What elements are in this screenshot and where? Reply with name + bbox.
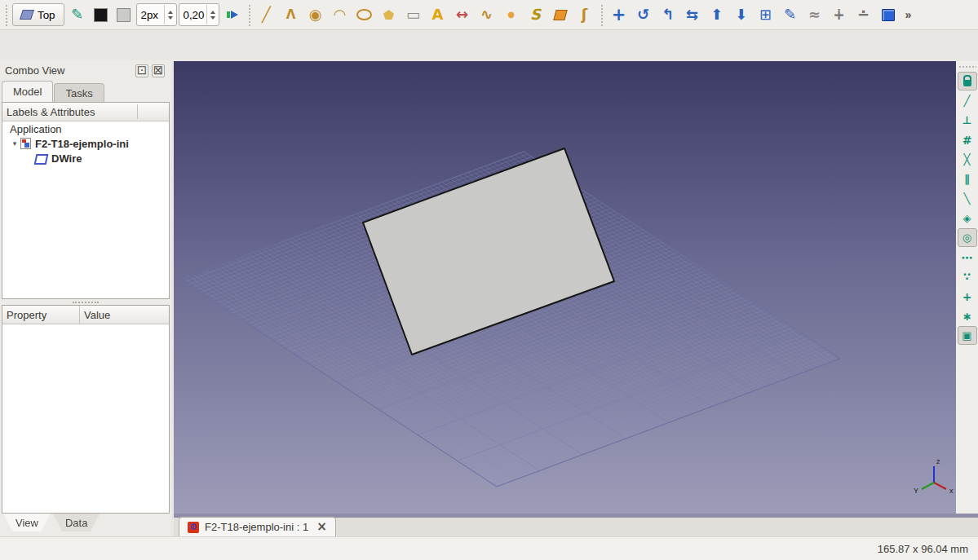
viewport-scene: zxY bbox=[174, 61, 956, 514]
snap-near-toggle[interactable]: ∵ bbox=[958, 267, 977, 286]
spin-up-icon[interactable] bbox=[168, 8, 173, 14]
tree-item-application[interactable]: Application bbox=[2, 121, 169, 136]
snap-special-toggle[interactable]: ∗ bbox=[958, 306, 977, 325]
construction-mode-button[interactable]: ✎ bbox=[66, 3, 89, 26]
autogroup-button[interactable] bbox=[221, 3, 244, 26]
scale-tool[interactable]: ⊞ bbox=[755, 3, 777, 26]
face-color-swatch[interactable] bbox=[113, 3, 135, 26]
snap-icon: ∵ bbox=[963, 271, 971, 282]
snap-intersection-toggle[interactable]: ╳ bbox=[958, 150, 977, 169]
property-column-header[interactable]: Property bbox=[2, 306, 80, 324]
line-width-spinner[interactable]: 2px bbox=[136, 3, 177, 26]
toolbar-item-label: 0,20 bbox=[184, 9, 205, 21]
value-column-header[interactable]: Value bbox=[80, 306, 169, 324]
draft-bezier-tool[interactable]: ʃ bbox=[573, 3, 596, 26]
toolbar-icon: ∿ bbox=[480, 7, 493, 22]
draft-ellipse-tool[interactable] bbox=[353, 3, 376, 26]
snap-angle-toggle[interactable]: ◈ bbox=[958, 209, 977, 227]
tree-item-document[interactable]: ▾ F2-T18-ejemplo-ini bbox=[2, 136, 169, 151]
spinner-arrows[interactable] bbox=[206, 5, 219, 24]
spinner-arrows[interactable] bbox=[164, 5, 176, 24]
remove-point-tool[interactable]: ∸ bbox=[852, 3, 875, 26]
tab-label: Data bbox=[65, 517, 87, 529]
tree-item-dwire[interactable]: DWire bbox=[2, 151, 169, 165]
toolbar-icon: Λ bbox=[286, 9, 296, 21]
snap-icon: ◎ bbox=[963, 232, 971, 243]
snap-extension-toggle[interactable]: ⋯ bbox=[958, 248, 977, 267]
toolbar-icon: + bbox=[612, 7, 626, 24]
draft-shapestring-tool[interactable]: S bbox=[524, 3, 547, 26]
toolbar-icon: ↰ bbox=[662, 7, 674, 22]
downgrade-tool[interactable]: ⬇ bbox=[730, 3, 753, 26]
draft-polygon-tool[interactable] bbox=[378, 3, 400, 26]
draft-bspline-tool[interactable]: ∿ bbox=[476, 3, 498, 26]
rotate-tool[interactable]: ↺ bbox=[632, 3, 655, 26]
toolbar-icon: ∸ bbox=[857, 7, 870, 22]
snap-toolbar: ╱ ⊥ # ╳ ∥ ╲ bbox=[956, 61, 978, 536]
spin-up-icon[interactable] bbox=[210, 8, 215, 14]
line-color-swatch[interactable] bbox=[91, 3, 112, 26]
offset-tool[interactable]: ↰ bbox=[657, 3, 679, 26]
tab-view[interactable]: View bbox=[3, 514, 51, 532]
trimex-tool[interactable]: ⇆ bbox=[681, 3, 704, 26]
toolbar-icon: S bbox=[530, 7, 541, 22]
svg-text:Y: Y bbox=[914, 487, 918, 495]
snap-dimensions-toggle[interactable]: ▣ bbox=[958, 326, 977, 345]
draft-text-tool[interactable]: A bbox=[427, 3, 449, 26]
snap-lock-toggle[interactable] bbox=[958, 72, 977, 90]
tab-tasks[interactable]: Tasks bbox=[54, 83, 104, 102]
snap-perpendicular-toggle[interactable]: ⊥ bbox=[958, 111, 977, 130]
upgrade-tool[interactable]: ⬆ bbox=[706, 3, 728, 26]
tab-data[interactable]: Data bbox=[53, 514, 100, 532]
snap-center-toggle[interactable]: ◎ bbox=[958, 228, 977, 247]
draft-arc-tool[interactable]: ◠ bbox=[329, 3, 352, 26]
tab-model[interactable]: Model bbox=[2, 81, 53, 102]
snap-parallel-toggle[interactable]: ∥ bbox=[958, 170, 977, 188]
property-header: Property Value bbox=[2, 306, 169, 324]
snap-ortho-toggle[interactable]: + bbox=[958, 287, 977, 306]
tree-expand-icon[interactable]: ▾ bbox=[9, 139, 20, 148]
panel-close-button[interactable]: ⊠ bbox=[152, 64, 165, 77]
draft-wire-tool[interactable]: Λ bbox=[280, 3, 303, 26]
draft-line-tool[interactable]: ╱ bbox=[255, 3, 278, 26]
panel-title: Combo View bbox=[5, 64, 64, 77]
move-tool[interactable]: + bbox=[608, 3, 631, 26]
tab-label: View bbox=[15, 517, 38, 529]
draft-facebinder-tool[interactable] bbox=[549, 3, 572, 26]
draft-to-sketch-tool[interactable] bbox=[877, 3, 900, 26]
edit-tool[interactable]: ✎ bbox=[779, 3, 802, 26]
tree-item-label: Application bbox=[10, 123, 62, 135]
color-swatch bbox=[94, 8, 108, 22]
working-plane-button[interactable]: Top bbox=[12, 3, 64, 26]
draft-point-tool[interactable]: ● bbox=[500, 3, 523, 26]
toolbar-extension-button[interactable]: » bbox=[901, 3, 916, 26]
mdi-tab-bar: ⚙ F2-T18-ejemplo-ini : 1 × bbox=[174, 514, 978, 536]
snap-midpoint-toggle[interactable]: ╱ bbox=[958, 91, 977, 110]
document-tab[interactable]: ⚙ F2-T18-ejemplo-ini : 1 × bbox=[179, 517, 336, 536]
3d-viewport[interactable]: zxY bbox=[174, 61, 956, 514]
snap-icon: + bbox=[963, 291, 972, 302]
snap-grid-toggle[interactable]: # bbox=[958, 130, 977, 149]
spin-down-icon[interactable] bbox=[168, 16, 173, 22]
wire-to-bspline-tool[interactable]: ≈ bbox=[803, 3, 826, 26]
toolbar-icon: ╱ bbox=[262, 7, 271, 22]
text-scale-spinner[interactable]: 0,20 bbox=[179, 3, 219, 26]
toolbar-icon: ↺ bbox=[637, 7, 649, 22]
panel-splitter[interactable] bbox=[0, 299, 171, 305]
draft-dimension-tool[interactable]: ↔ bbox=[451, 3, 474, 26]
draft-circle-tool[interactable]: ◉ bbox=[304, 3, 327, 26]
toolbar-icon: ▭ bbox=[406, 7, 420, 22]
window-button-icon: ⊡ bbox=[137, 64, 148, 77]
draft-rectangle-tool[interactable]: ▭ bbox=[402, 3, 425, 26]
freecad-window: ✂ bbox=[0, 0, 978, 560]
panel-float-button[interactable]: ⊡ bbox=[135, 64, 148, 77]
snap-icon: ∥ bbox=[964, 174, 970, 184]
snap-icon: # bbox=[963, 134, 972, 146]
snap-endpoint-toggle[interactable]: ╲ bbox=[958, 189, 977, 208]
tab-label: Tasks bbox=[65, 87, 92, 99]
spin-down-icon[interactable] bbox=[210, 16, 215, 22]
tab-close-button[interactable]: × bbox=[316, 521, 327, 533]
add-point-tool[interactable]: ∔ bbox=[828, 3, 851, 26]
toolbar-icon: ● bbox=[507, 11, 515, 19]
toolbar-icon bbox=[882, 9, 895, 21]
